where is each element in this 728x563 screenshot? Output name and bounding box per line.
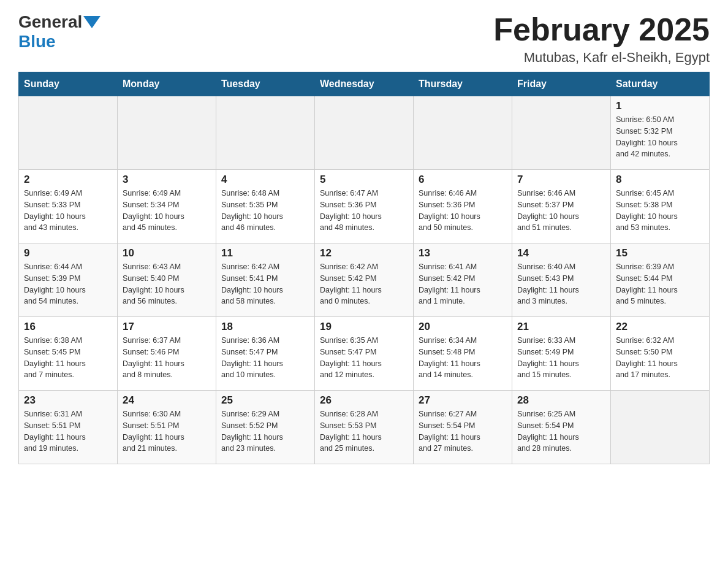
calendar-day-cell: 24Sunrise: 6:30 AM Sunset: 5:51 PM Dayli… [118, 391, 216, 464]
day-number: 12 [320, 247, 408, 259]
day-sun-info: Sunrise: 6:46 AM Sunset: 5:37 PM Dayligh… [517, 188, 605, 234]
day-number: 9 [24, 247, 112, 259]
logo-blue-text: Blue [18, 32, 56, 51]
calendar-day-cell: 5Sunrise: 6:47 AM Sunset: 5:36 PM Daylig… [315, 170, 414, 243]
day-sun-info: Sunrise: 6:43 AM Sunset: 5:40 PM Dayligh… [123, 261, 211, 307]
calendar-day-cell: 17Sunrise: 6:37 AM Sunset: 5:46 PM Dayli… [118, 317, 216, 391]
day-sun-info: Sunrise: 6:38 AM Sunset: 5:45 PM Dayligh… [24, 335, 112, 381]
day-sun-info: Sunrise: 6:50 AM Sunset: 5:32 PM Dayligh… [616, 114, 704, 160]
title-area: February 2025 Mutubas, Kafr el-Sheikh, E… [493, 12, 710, 66]
day-of-week-header: Thursday [414, 72, 512, 96]
day-number: 21 [517, 321, 605, 333]
calendar-day-cell: 12Sunrise: 6:42 AM Sunset: 5:42 PM Dayli… [315, 243, 414, 317]
logo-triangle-icon [83, 16, 100, 28]
day-number: 28 [517, 394, 605, 407]
day-of-week-header: Saturday [611, 72, 710, 96]
calendar-day-cell: 26Sunrise: 6:28 AM Sunset: 5:53 PM Dayli… [315, 391, 414, 464]
calendar-day-cell [512, 96, 611, 170]
day-sun-info: Sunrise: 6:35 AM Sunset: 5:47 PM Dayligh… [320, 335, 408, 381]
day-sun-info: Sunrise: 6:49 AM Sunset: 5:34 PM Dayligh… [123, 188, 211, 234]
day-number: 20 [419, 321, 507, 333]
calendar-day-cell: 16Sunrise: 6:38 AM Sunset: 5:45 PM Dayli… [19, 317, 118, 391]
day-sun-info: Sunrise: 6:25 AM Sunset: 5:54 PM Dayligh… [517, 408, 605, 454]
day-sun-info: Sunrise: 6:27 AM Sunset: 5:54 PM Dayligh… [419, 408, 507, 454]
day-sun-info: Sunrise: 6:30 AM Sunset: 5:51 PM Dayligh… [123, 408, 211, 454]
day-sun-info: Sunrise: 6:29 AM Sunset: 5:52 PM Dayligh… [221, 408, 309, 454]
day-number: 25 [221, 394, 309, 407]
calendar-day-cell: 22Sunrise: 6:32 AM Sunset: 5:50 PM Dayli… [611, 317, 710, 391]
day-number: 17 [123, 321, 211, 333]
day-number: 16 [24, 321, 112, 333]
logo-general-text: General [18, 12, 82, 32]
calendar-week-row: 2Sunrise: 6:49 AM Sunset: 5:33 PM Daylig… [19, 170, 710, 243]
day-number: 5 [320, 174, 408, 186]
calendar-day-cell: 11Sunrise: 6:42 AM Sunset: 5:41 PM Dayli… [216, 243, 315, 317]
day-number: 10 [123, 247, 211, 259]
day-of-week-header: Monday [118, 72, 216, 96]
calendar-day-cell: 6Sunrise: 6:46 AM Sunset: 5:36 PM Daylig… [414, 170, 512, 243]
day-number: 2 [24, 174, 112, 186]
calendar-day-cell: 20Sunrise: 6:34 AM Sunset: 5:48 PM Dayli… [414, 317, 512, 391]
logo: General Blue [18, 12, 102, 52]
calendar-day-cell: 3Sunrise: 6:49 AM Sunset: 5:34 PM Daylig… [118, 170, 216, 243]
day-number: 15 [616, 247, 704, 259]
day-sun-info: Sunrise: 6:31 AM Sunset: 5:51 PM Dayligh… [24, 408, 112, 454]
calendar-day-cell: 25Sunrise: 6:29 AM Sunset: 5:52 PM Dayli… [216, 391, 315, 464]
day-sun-info: Sunrise: 6:32 AM Sunset: 5:50 PM Dayligh… [616, 335, 704, 381]
calendar-week-row: 16Sunrise: 6:38 AM Sunset: 5:45 PM Dayli… [19, 317, 710, 391]
calendar-week-row: 23Sunrise: 6:31 AM Sunset: 5:51 PM Dayli… [19, 391, 710, 464]
calendar-day-cell: 1Sunrise: 6:50 AM Sunset: 5:32 PM Daylig… [611, 96, 710, 170]
calendar-day-cell: 15Sunrise: 6:39 AM Sunset: 5:44 PM Dayli… [611, 243, 710, 317]
calendar-day-cell [414, 96, 512, 170]
calendar-day-cell [315, 96, 414, 170]
calendar-day-cell: 10Sunrise: 6:43 AM Sunset: 5:40 PM Dayli… [118, 243, 216, 317]
calendar-week-row: 1Sunrise: 6:50 AM Sunset: 5:32 PM Daylig… [19, 96, 710, 170]
day-sun-info: Sunrise: 6:48 AM Sunset: 5:35 PM Dayligh… [221, 188, 309, 234]
day-sun-info: Sunrise: 6:45 AM Sunset: 5:38 PM Dayligh… [616, 188, 704, 234]
day-number: 26 [320, 394, 408, 407]
day-number: 13 [419, 247, 507, 259]
calendar-day-cell: 23Sunrise: 6:31 AM Sunset: 5:51 PM Dayli… [19, 391, 118, 464]
calendar-table: SundayMondayTuesdayWednesdayThursdayFrid… [18, 72, 710, 464]
day-sun-info: Sunrise: 6:33 AM Sunset: 5:49 PM Dayligh… [517, 335, 605, 381]
day-sun-info: Sunrise: 6:42 AM Sunset: 5:41 PM Dayligh… [221, 261, 309, 307]
day-number: 4 [221, 174, 309, 186]
day-number: 24 [123, 394, 211, 407]
calendar-day-cell: 14Sunrise: 6:40 AM Sunset: 5:43 PM Dayli… [512, 243, 611, 317]
day-sun-info: Sunrise: 6:40 AM Sunset: 5:43 PM Dayligh… [517, 261, 605, 307]
calendar-day-cell [19, 96, 118, 170]
calendar-day-cell: 19Sunrise: 6:35 AM Sunset: 5:47 PM Dayli… [315, 317, 414, 391]
day-number: 8 [616, 174, 704, 186]
day-number: 1 [616, 100, 704, 112]
day-sun-info: Sunrise: 6:28 AM Sunset: 5:53 PM Dayligh… [320, 408, 408, 454]
day-number: 7 [517, 174, 605, 186]
calendar-day-cell: 28Sunrise: 6:25 AM Sunset: 5:54 PM Dayli… [512, 391, 611, 464]
day-number: 3 [123, 174, 211, 186]
day-number: 27 [419, 394, 507, 407]
calendar-header-row: SundayMondayTuesdayWednesdayThursdayFrid… [19, 72, 710, 96]
calendar-day-cell: 21Sunrise: 6:33 AM Sunset: 5:49 PM Dayli… [512, 317, 611, 391]
day-number: 6 [419, 174, 507, 186]
calendar-day-cell [118, 96, 216, 170]
day-number: 18 [221, 321, 309, 333]
calendar-day-cell [611, 391, 710, 464]
location-title: Mutubas, Kafr el-Sheikh, Egypt [493, 50, 710, 66]
day-sun-info: Sunrise: 6:47 AM Sunset: 5:36 PM Dayligh… [320, 188, 408, 234]
day-number: 14 [517, 247, 605, 259]
day-sun-info: Sunrise: 6:46 AM Sunset: 5:36 PM Dayligh… [419, 188, 507, 234]
day-of-week-header: Tuesday [216, 72, 315, 96]
day-sun-info: Sunrise: 6:42 AM Sunset: 5:42 PM Dayligh… [320, 261, 408, 307]
calendar-day-cell [216, 96, 315, 170]
calendar-day-cell: 13Sunrise: 6:41 AM Sunset: 5:42 PM Dayli… [414, 243, 512, 317]
day-of-week-header: Wednesday [315, 72, 414, 96]
day-of-week-header: Friday [512, 72, 611, 96]
calendar-day-cell: 8Sunrise: 6:45 AM Sunset: 5:38 PM Daylig… [611, 170, 710, 243]
day-sun-info: Sunrise: 6:34 AM Sunset: 5:48 PM Dayligh… [419, 335, 507, 381]
calendar-week-row: 9Sunrise: 6:44 AM Sunset: 5:39 PM Daylig… [19, 243, 710, 317]
calendar-day-cell: 2Sunrise: 6:49 AM Sunset: 5:33 PM Daylig… [19, 170, 118, 243]
day-number: 19 [320, 321, 408, 333]
page-header: General Blue February 2025 Mutubas, Kafr… [18, 12, 710, 66]
day-sun-info: Sunrise: 6:39 AM Sunset: 5:44 PM Dayligh… [616, 261, 704, 307]
calendar-day-cell: 7Sunrise: 6:46 AM Sunset: 5:37 PM Daylig… [512, 170, 611, 243]
day-number: 23 [24, 394, 112, 407]
